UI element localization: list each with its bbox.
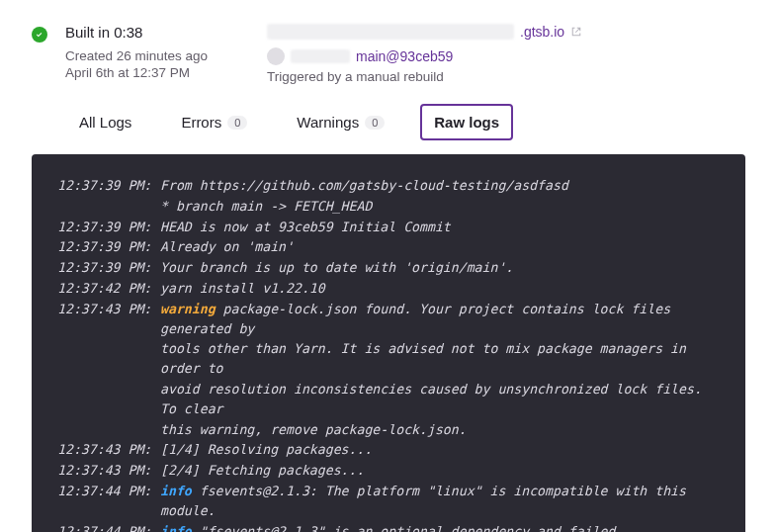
log-body: [1/4] Resolving packages... <box>160 440 720 460</box>
tab-all-logs[interactable]: All Logs <box>65 104 145 140</box>
build-detail-card: Built in 0:38 Created 26 minutes ago Apr… <box>0 0 777 532</box>
avatar <box>267 47 285 65</box>
log-line: 12:37:39 PM:Already on 'main' <box>57 237 720 257</box>
log-body: Already on 'main' <box>160 237 720 257</box>
log-timestamp: 12:37:39 PM: <box>57 237 160 257</box>
raw-log-panel[interactable]: 12:37:39 PM:From https://github.com/gats… <box>32 154 745 532</box>
created-absolute: April 6th at 12:37 PM <box>65 65 233 80</box>
log-level-warning: warning <box>160 302 216 316</box>
external-link-icon <box>570 26 582 38</box>
log-body: warning package-lock.json found. Your pr… <box>160 300 720 339</box>
log-body: yarn install v1.22.10 <box>160 279 720 299</box>
log-timestamp: 12:37:42 PM: <box>57 279 160 299</box>
log-timestamp: 12:37:39 PM: <box>57 176 160 196</box>
tab-errors[interactable]: Errors 0 <box>167 104 261 140</box>
log-line: 12:37:43 PM:warning package-lock.json fo… <box>57 300 720 339</box>
created-relative: Created 26 minutes ago <box>65 48 233 63</box>
build-title: Built in 0:38 <box>65 24 233 41</box>
log-line: 12:37:39 PM:From https://github.com/gats… <box>57 176 720 196</box>
log-line: 12:37:43 PM:[1/4] Resolving packages... <box>57 440 720 460</box>
log-level-info: info <box>160 524 192 532</box>
log-line-continuation: avoid resolution inconsistencies caused … <box>57 380 720 419</box>
author-name-redacted <box>291 49 350 63</box>
tab-label: All Logs <box>79 114 131 131</box>
log-body: info "fsevents@2.1.3" is an optional dep… <box>160 522 720 532</box>
status-success-icon <box>32 27 47 43</box>
log-timestamp: 12:37:44 PM: <box>57 522 160 532</box>
build-header: Built in 0:38 Created 26 minutes ago Apr… <box>32 24 745 84</box>
log-line: 12:37:44 PM:info "fsevents@2.1.3" is an … <box>57 522 720 532</box>
log-line: 12:37:39 PM:HEAD is now at 93ceb59 Initi… <box>57 218 720 237</box>
log-line: 12:37:43 PM:[2/4] Fetching packages... <box>57 461 720 481</box>
tab-raw-logs[interactable]: Raw logs <box>420 104 513 140</box>
tab-warnings[interactable]: Warnings 0 <box>283 104 398 140</box>
tab-count-badge: 0 <box>227 116 247 130</box>
log-line: 12:37:44 PM:info fsevents@2.1.3: The pla… <box>57 482 720 521</box>
branch-commit-link[interactable]: main@93ceb59 <box>356 48 453 64</box>
log-timestamp: 12:37:39 PM: <box>57 218 160 237</box>
log-level-info: info <box>160 484 192 498</box>
log-line: 12:37:42 PM:yarn install v1.22.10 <box>57 279 720 299</box>
log-body: From https://github.com/gatsby-cloud-tes… <box>160 176 720 196</box>
log-body: HEAD is now at 93ceb59 Initial Commit <box>160 218 720 237</box>
tab-label: Errors <box>181 114 221 131</box>
triggered-by: Triggered by a manual rebuild <box>267 69 745 84</box>
log-line-continuation: this warning, remove package-lock.json. <box>57 420 720 440</box>
log-tabs: All Logs Errors 0 Warnings 0 Raw logs <box>32 104 745 140</box>
log-timestamp: 12:37:43 PM: <box>57 300 160 319</box>
log-line-continuation: tools other than Yarn. It is advised not… <box>57 339 720 379</box>
log-body: info fsevents@2.1.3: The platform "linux… <box>160 482 720 521</box>
log-timestamp: 12:37:44 PM: <box>57 482 160 501</box>
tab-label: Raw logs <box>434 114 499 131</box>
preview-domain-link[interactable]: .gtsb.io <box>520 24 564 40</box>
log-line-continuation: * branch main -> FETCH_HEAD <box>57 197 720 217</box>
tab-count-badge: 0 <box>365 116 385 130</box>
log-line: 12:37:39 PM:Your branch is up to date wi… <box>57 258 720 278</box>
log-timestamp: 12:37:43 PM: <box>57 440 160 460</box>
log-body: [2/4] Fetching packages... <box>160 461 720 481</box>
preview-domain-redacted <box>267 24 514 40</box>
log-timestamp: 12:37:43 PM: <box>57 461 160 481</box>
log-body: Your branch is up to date with 'origin/m… <box>160 258 720 278</box>
log-timestamp: 12:37:39 PM: <box>57 258 160 278</box>
tab-label: Warnings <box>297 114 359 131</box>
